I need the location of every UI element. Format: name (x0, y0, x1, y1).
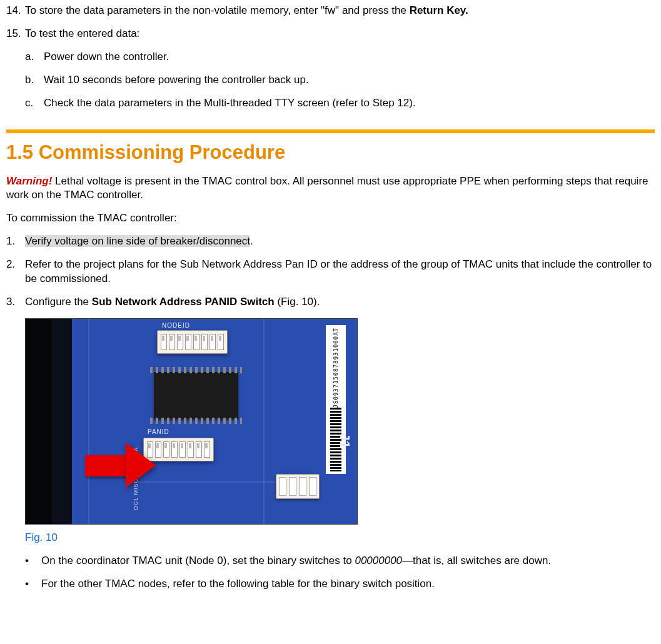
step-number: 3. (6, 295, 25, 309)
step-15c: c. Check the data parameters in the Mult… (25, 96, 655, 111)
step-2: 2. Refer to the project plans for the Su… (6, 258, 655, 286)
sub-text: Check the data parameters in the Multi-t… (44, 96, 416, 111)
sub-letter: c. (25, 96, 44, 111)
step-15b: b. Wait 10 seconds before powering the c… (25, 73, 655, 88)
panid-switch-bold: Sub Network Address PANID Switch (92, 296, 275, 308)
text: To store the data parameters in the non-… (25, 4, 410, 16)
binary-value: 00000000 (355, 555, 402, 566)
step-number: 1. (6, 234, 25, 249)
intro-line: To commission the TMAC controller: (6, 211, 655, 226)
bullet-1: • On the coordinator TMAC unit (Node 0),… (25, 554, 655, 568)
text: . (250, 235, 253, 247)
bullet-marker: • (25, 577, 41, 591)
warning-paragraph: Warning! Lethal voltage is present in th… (6, 174, 655, 203)
bullet-marker: • (25, 554, 41, 568)
step-text: Refer to the project plans for the Sub N… (25, 258, 655, 286)
red-arrow-icon (85, 455, 129, 476)
sub-letter: a. (25, 50, 44, 64)
nodeid-label: NODEID (162, 321, 190, 330)
highlighted-text: Verify voltage on line side of breaker/d… (25, 235, 250, 247)
step-text: Configure the Sub Network Address PANID … (25, 295, 320, 309)
step-text: To store the data parameters in the non-… (25, 4, 468, 18)
figure-caption: Fig. 10 (25, 531, 655, 545)
step-number: 14. (6, 4, 25, 18)
red-arrow-icon (126, 443, 156, 488)
nodeid-dipswitch (157, 330, 228, 354)
text: On the coordinator TMAC unit (Node 0), s… (41, 555, 355, 566)
text: Configure the (25, 296, 92, 308)
step-15: 15. To test the entered data: (6, 27, 655, 41)
step-text: To test the entered data: (25, 27, 139, 41)
barcode-text: JS0937150878931000AT (332, 328, 340, 408)
warning-label: Warning! (6, 175, 52, 187)
section-divider (6, 129, 655, 133)
panid-label: PANID (148, 428, 169, 436)
figure-10-image: NODEID PANID JS0937150878931000AT J1 DC1… (25, 318, 358, 525)
pcb-trace (263, 319, 265, 524)
bullet-text: For the other TMAC nodes, refer to the f… (41, 577, 435, 591)
step-1: 1. Verify voltage on line side of breake… (6, 234, 655, 249)
sub-letter: b. (25, 73, 44, 88)
step-14: 14. To store the data parameters in the … (6, 4, 655, 18)
sub-text: Power down the controller. (44, 50, 169, 64)
text: (Fig. 10). (275, 296, 320, 308)
small-dipswitch (276, 474, 320, 499)
sub-text: Wait 10 seconds before powering the cont… (44, 73, 309, 88)
section-heading: 1.5 Commissioning Procedure (6, 139, 655, 166)
bullet-2: • For the other TMAC nodes, refer to the… (25, 577, 655, 591)
step-text: Verify voltage on line side of breaker/d… (25, 234, 253, 249)
barcode-sticker: JS0937150878931000AT (326, 325, 346, 474)
ic-chip (154, 372, 238, 419)
bullet-text: On the coordinator TMAC unit (Node 0), s… (41, 554, 551, 568)
j1-label: J1 (335, 433, 354, 448)
text: —that is, all switches are down. (402, 555, 551, 566)
return-key-bold: Return Key. (410, 4, 468, 16)
step-3: 3. Configure the Sub Network Address PAN… (6, 295, 655, 309)
warning-text: Lethal voltage is present in the TMAC co… (6, 175, 648, 201)
step-15a: a. Power down the controller. (25, 50, 655, 64)
step-number: 15. (6, 27, 25, 41)
step-number: 2. (6, 258, 25, 286)
pcb-trace (88, 319, 89, 524)
